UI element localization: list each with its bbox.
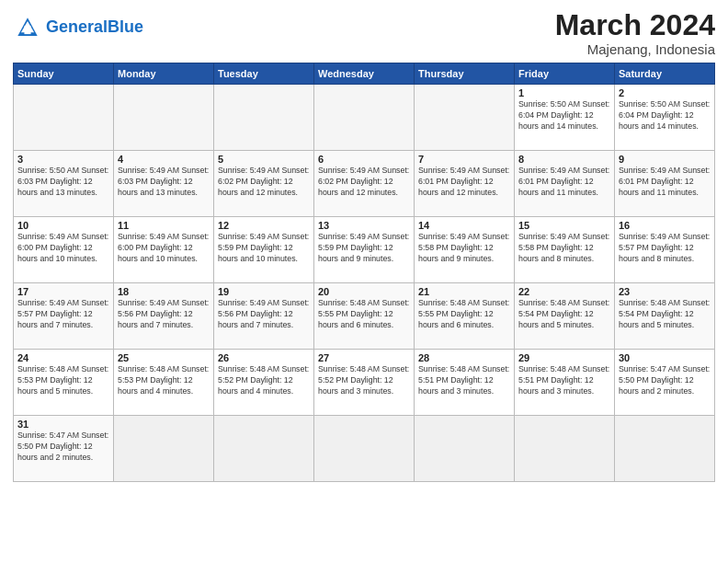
svg-rect-3 — [24, 26, 30, 34]
day-info: Sunrise: 5:49 AM Sunset: 5:57 PM Dayligh… — [17, 298, 109, 331]
day-info: Sunrise: 5:50 AM Sunset: 6:04 PM Dayligh… — [619, 99, 711, 132]
day-cell: 13Sunrise: 5:49 AM Sunset: 5:59 PM Dayli… — [314, 217, 415, 283]
day-info: Sunrise: 5:47 AM Sunset: 5:50 PM Dayligh… — [619, 364, 711, 397]
day-cell — [314, 416, 415, 482]
day-number: 21 — [418, 286, 510, 297]
day-info: Sunrise: 5:48 AM Sunset: 5:52 PM Dayligh… — [218, 364, 310, 397]
calendar-title: March 2024 — [555, 9, 715, 41]
header-day-tuesday: Tuesday — [214, 63, 314, 85]
day-cell: 17Sunrise: 5:49 AM Sunset: 5:57 PM Dayli… — [14, 283, 114, 350]
calendar-body: 1Sunrise: 5:50 AM Sunset: 6:04 PM Daylig… — [14, 85, 715, 482]
day-number: 19 — [218, 286, 310, 297]
day-number: 12 — [218, 220, 310, 231]
day-cell: 14Sunrise: 5:49 AM Sunset: 5:58 PM Dayli… — [415, 217, 515, 283]
day-cell: 2Sunrise: 5:50 AM Sunset: 6:04 PM Daylig… — [615, 85, 715, 151]
day-cell: 21Sunrise: 5:48 AM Sunset: 5:55 PM Dayli… — [415, 283, 515, 350]
logo-general: General — [46, 17, 108, 36]
day-cell — [214, 85, 314, 151]
day-info: Sunrise: 5:48 AM Sunset: 5:55 PM Dayligh… — [418, 298, 510, 331]
calendar-table: SundayMondayTuesdayWednesdayThursdayFrid… — [13, 63, 715, 482]
day-number: 13 — [318, 220, 410, 231]
day-cell: 4Sunrise: 5:49 AM Sunset: 6:03 PM Daylig… — [114, 151, 214, 217]
day-cell: 12Sunrise: 5:49 AM Sunset: 5:59 PM Dayli… — [214, 217, 314, 283]
day-cell: 1Sunrise: 5:50 AM Sunset: 6:04 PM Daylig… — [515, 85, 615, 151]
day-info: Sunrise: 5:49 AM Sunset: 6:00 PM Dayligh… — [17, 232, 109, 265]
day-info: Sunrise: 5:49 AM Sunset: 5:56 PM Dayligh… — [218, 298, 310, 331]
week-row-3: 10Sunrise: 5:49 AM Sunset: 6:00 PM Dayli… — [14, 217, 715, 283]
day-number: 7 — [418, 154, 510, 165]
day-cell: 22Sunrise: 5:48 AM Sunset: 5:54 PM Dayli… — [515, 283, 615, 350]
day-cell: 23Sunrise: 5:48 AM Sunset: 5:54 PM Dayli… — [615, 283, 715, 350]
day-number: 6 — [318, 154, 410, 165]
day-cell: 27Sunrise: 5:48 AM Sunset: 5:52 PM Dayli… — [314, 350, 415, 416]
day-info: Sunrise: 5:49 AM Sunset: 6:02 PM Dayligh… — [218, 166, 310, 199]
day-number: 10 — [17, 220, 109, 231]
header-day-wednesday: Wednesday — [314, 63, 415, 85]
day-number: 9 — [619, 154, 711, 165]
day-info: Sunrise: 5:49 AM Sunset: 5:56 PM Dayligh… — [118, 298, 210, 331]
day-number: 8 — [518, 154, 610, 165]
week-row-5: 24Sunrise: 5:48 AM Sunset: 5:53 PM Dayli… — [14, 350, 715, 416]
logo: GeneralBlue — [13, 13, 143, 42]
day-cell — [415, 85, 515, 151]
day-cell: 11Sunrise: 5:49 AM Sunset: 6:00 PM Dayli… — [114, 217, 214, 283]
day-number: 29 — [518, 352, 610, 363]
calendar-subtitle: Majenang, Indonesia — [555, 41, 715, 57]
day-cell — [214, 416, 314, 482]
day-info: Sunrise: 5:49 AM Sunset: 5:58 PM Dayligh… — [518, 232, 610, 265]
week-row-4: 17Sunrise: 5:49 AM Sunset: 5:57 PM Dayli… — [14, 283, 715, 350]
day-cell — [314, 85, 415, 151]
header-day-thursday: Thursday — [415, 63, 515, 85]
day-cell: 24Sunrise: 5:48 AM Sunset: 5:53 PM Dayli… — [14, 350, 114, 416]
day-info: Sunrise: 5:49 AM Sunset: 6:03 PM Dayligh… — [118, 166, 210, 199]
day-info: Sunrise: 5:48 AM Sunset: 5:53 PM Dayligh… — [118, 364, 210, 397]
day-info: Sunrise: 5:49 AM Sunset: 5:59 PM Dayligh… — [218, 232, 310, 265]
day-cell: 26Sunrise: 5:48 AM Sunset: 5:52 PM Dayli… — [214, 350, 314, 416]
day-cell — [515, 416, 615, 482]
day-info: Sunrise: 5:48 AM Sunset: 5:52 PM Dayligh… — [318, 364, 410, 397]
day-cell: 28Sunrise: 5:48 AM Sunset: 5:51 PM Dayli… — [415, 350, 515, 416]
day-number: 23 — [619, 286, 711, 297]
header-day-monday: Monday — [114, 63, 214, 85]
day-number: 2 — [619, 87, 711, 98]
day-cell: 10Sunrise: 5:49 AM Sunset: 6:00 PM Dayli… — [14, 217, 114, 283]
day-cell: 6Sunrise: 5:49 AM Sunset: 6:02 PM Daylig… — [314, 151, 415, 217]
day-cell: 31Sunrise: 5:47 AM Sunset: 5:50 PM Dayli… — [14, 416, 114, 482]
header-day-saturday: Saturday — [615, 63, 715, 85]
header-day-friday: Friday — [515, 63, 615, 85]
logo-icon — [13, 13, 42, 42]
day-cell: 3Sunrise: 5:50 AM Sunset: 6:03 PM Daylig… — [14, 151, 114, 217]
day-cell — [14, 85, 114, 151]
day-info: Sunrise: 5:49 AM Sunset: 6:01 PM Dayligh… — [418, 166, 510, 199]
day-number: 3 — [17, 154, 109, 165]
day-info: Sunrise: 5:49 AM Sunset: 6:00 PM Dayligh… — [118, 232, 210, 265]
day-cell: 29Sunrise: 5:48 AM Sunset: 5:51 PM Dayli… — [515, 350, 615, 416]
day-cell: 5Sunrise: 5:49 AM Sunset: 6:02 PM Daylig… — [214, 151, 314, 217]
day-number: 26 — [218, 352, 310, 363]
header-day-sunday: Sunday — [14, 63, 114, 85]
header-row: SundayMondayTuesdayWednesdayThursdayFrid… — [14, 63, 715, 85]
day-number: 20 — [318, 286, 410, 297]
day-number: 5 — [218, 154, 310, 165]
week-row-6: 31Sunrise: 5:47 AM Sunset: 5:50 PM Dayli… — [14, 416, 715, 482]
day-cell — [114, 416, 214, 482]
day-info: Sunrise: 5:49 AM Sunset: 6:02 PM Dayligh… — [318, 166, 410, 199]
day-number: 24 — [17, 352, 109, 363]
day-cell — [615, 416, 715, 482]
logo-blue: Blue — [108, 17, 143, 36]
day-number: 16 — [619, 220, 711, 231]
week-row-2: 3Sunrise: 5:50 AM Sunset: 6:03 PM Daylig… — [14, 151, 715, 217]
day-cell: 18Sunrise: 5:49 AM Sunset: 5:56 PM Dayli… — [114, 283, 214, 350]
day-number: 14 — [418, 220, 510, 231]
day-info: Sunrise: 5:49 AM Sunset: 6:01 PM Dayligh… — [619, 166, 711, 199]
day-info: Sunrise: 5:49 AM Sunset: 5:59 PM Dayligh… — [318, 232, 410, 265]
logo-text: GeneralBlue — [46, 18, 143, 37]
calendar-header: SundayMondayTuesdayWednesdayThursdayFrid… — [14, 63, 715, 85]
calendar-page: GeneralBlue March 2024 Majenang, Indones… — [0, 0, 728, 563]
day-number: 4 — [118, 154, 210, 165]
day-info: Sunrise: 5:48 AM Sunset: 5:54 PM Dayligh… — [619, 298, 711, 331]
day-cell: 9Sunrise: 5:49 AM Sunset: 6:01 PM Daylig… — [615, 151, 715, 217]
day-number: 18 — [118, 286, 210, 297]
week-row-1: 1Sunrise: 5:50 AM Sunset: 6:04 PM Daylig… — [14, 85, 715, 151]
day-number: 28 — [418, 352, 510, 363]
